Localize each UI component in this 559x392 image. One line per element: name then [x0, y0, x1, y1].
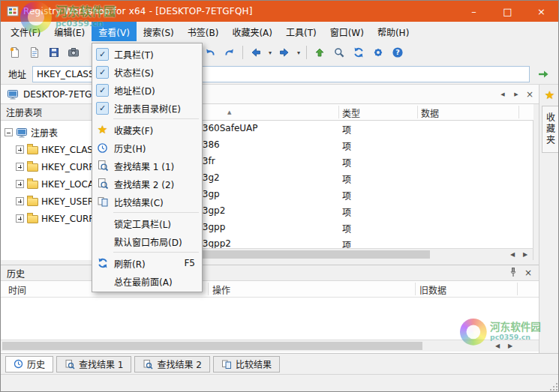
tree-node-hkey-classes-root[interactable]: HKEY_CLASSES_ROOT: [1, 141, 98, 158]
settings-gear-icon[interactable]: [368, 43, 388, 61]
expand-icon[interactable]: [16, 197, 24, 205]
menu-item-find-results-2[interactable]: 查找结果 2 (2): [93, 175, 201, 193]
menu-bookmarks[interactable]: 书签(B): [181, 22, 226, 41]
history-horizontal-scrollbar[interactable]: ◀ ▶: [1, 340, 539, 352]
maximize-button[interactable]: □: [491, 1, 524, 22]
tab-label: 查找结果 1: [79, 358, 123, 370]
snapshot-camera-icon[interactable]: [64, 43, 83, 61]
forward-dropdown-icon[interactable]: ▾: [294, 43, 303, 61]
undo-icon[interactable]: [200, 43, 220, 61]
column-separator[interactable]: [415, 283, 416, 295]
column-header-data[interactable]: 数据: [421, 106, 439, 119]
menu-item-history[interactable]: 历史(H): [93, 139, 201, 157]
redo-icon[interactable]: [220, 43, 239, 61]
scroll-left-icon[interactable]: ◀: [506, 250, 518, 259]
history-list: [1, 298, 539, 340]
menu-item-label: 收藏夹(F): [114, 124, 153, 136]
pin-icon[interactable]: [508, 267, 518, 280]
folder-icon: [27, 215, 38, 223]
expand-icon[interactable]: [16, 163, 24, 171]
menu-view[interactable]: 查看(V): [92, 22, 137, 41]
menu-help[interactable]: 帮助(H): [371, 22, 416, 41]
menu-item-find-results-1[interactable]: 查找结果 1 (1): [93, 157, 201, 175]
column-header-time[interactable]: 时间: [8, 283, 26, 296]
column-separator[interactable]: [208, 283, 209, 295]
column-separator[interactable]: [417, 106, 418, 118]
menu-file[interactable]: 文件(F): [4, 22, 47, 41]
menu-item-always-on-top[interactable]: 总在最前面(A): [93, 272, 201, 290]
menu-search[interactable]: 搜索(S): [137, 22, 181, 41]
row-name: .3gp2: [200, 205, 225, 216]
prev-window-icon[interactable]: ◀: [497, 88, 509, 100]
close-window-icon[interactable]: ×: [524, 88, 536, 100]
go-arrow-icon[interactable]: [533, 65, 555, 83]
column-header-old-data[interactable]: 旧数据: [419, 283, 446, 296]
menu-item-addressbar[interactable]: ✓ 地址栏(D): [93, 81, 201, 99]
refresh-icon[interactable]: [349, 43, 368, 61]
expand-icon[interactable]: [16, 145, 24, 154]
window-title: Registry Workshop for x64 - [DESKTOP-7ET…: [23, 6, 253, 16]
menu-item-compare-results[interactable]: 比较结果(C): [93, 193, 201, 211]
menu-separator: [113, 212, 199, 213]
save-icon[interactable]: [44, 43, 64, 61]
tree-node-hkey-users[interactable]: HKEY_USERS: [1, 193, 98, 210]
back-dropdown-icon[interactable]: ▾: [266, 43, 275, 61]
column-separator[interactable]: [338, 106, 339, 118]
expand-icon[interactable]: [16, 214, 24, 223]
compare-icon: [221, 359, 232, 370]
menu-item-favorites[interactable]: ★ 收藏夹(F): [93, 121, 201, 139]
tree-node-hkey-current-user[interactable]: HKEY_CURRENT_USER: [1, 158, 98, 175]
app-icon: [7, 5, 19, 17]
scroll-left-icon[interactable]: ◀: [491, 341, 503, 351]
menu-item-statusbar[interactable]: ✓ 状态栏(S): [93, 63, 201, 81]
new-value-icon[interactable]: [25, 43, 44, 61]
tab-compare-results[interactable]: 比较结果: [213, 356, 280, 373]
menu-tools[interactable]: 工具(T): [279, 22, 323, 41]
menu-edit[interactable]: 编辑(E): [47, 22, 92, 41]
menu-item-lock-toolbar[interactable]: 锁定工具栏(L): [93, 214, 201, 232]
search-icon[interactable]: [329, 43, 349, 61]
menu-favorites[interactable]: 收藏夹(A): [225, 22, 279, 41]
scroll-right-icon[interactable]: ▶: [519, 250, 531, 259]
app-window: Registry Workshop for x64 - [DESKTOP-7ET…: [0, 0, 559, 392]
minimize-button[interactable]: –: [457, 1, 491, 22]
find-results-icon: [143, 359, 153, 370]
collapse-icon[interactable]: [5, 128, 13, 136]
up-level-icon[interactable]: [310, 43, 329, 61]
close-panel-icon[interactable]: ×: [522, 268, 534, 278]
tree-node-label: HKEY_LOCAL_MACHINE: [41, 179, 98, 190]
favorites-star-icon[interactable]: ★: [541, 86, 559, 104]
close-button[interactable]: ×: [524, 1, 558, 22]
star-icon: ★: [96, 124, 109, 136]
menu-item-registry-tree[interactable]: ✓ 注册表目录树(E): [93, 99, 201, 117]
tab-find-results-1[interactable]: 查找结果 1: [56, 356, 131, 373]
tree-node-hkey-local-machine[interactable]: HKEY_LOCAL_MACHINE: [1, 175, 98, 193]
row-type: 项: [342, 189, 351, 202]
scrollbar-thumb[interactable]: [2, 342, 422, 350]
forward-icon[interactable]: [275, 43, 294, 61]
menu-item-default-layout[interactable]: 默认窗口布局(D): [93, 232, 201, 250]
tab-history[interactable]: 历史: [5, 356, 53, 373]
help-icon[interactable]: ?: [388, 43, 407, 61]
tab-find-results-2[interactable]: 查找结果 2: [134, 356, 209, 373]
tab-label: 比较结果: [236, 358, 272, 370]
tree-root[interactable]: 注册表: [1, 124, 98, 141]
menu-window[interactable]: 窗口(W): [323, 22, 371, 41]
next-window-icon[interactable]: ▶: [510, 88, 522, 100]
menu-item-refresh[interactable]: 刷新(R) F5: [93, 254, 201, 272]
resize-grip[interactable]: [548, 382, 558, 391]
back-icon[interactable]: [246, 43, 266, 61]
column-separator[interactable]: [518, 106, 519, 118]
expand-icon[interactable]: [16, 180, 24, 188]
column-header-operation[interactable]: 操作: [212, 283, 230, 296]
tree-node-hkey-current-config[interactable]: HKEY_CURRENT_CONFIG: [1, 210, 98, 227]
column-header-type[interactable]: 类型: [342, 106, 360, 119]
favorites-strip: ★ 收藏夹: [539, 85, 559, 353]
menu-shortcut: F5: [184, 258, 195, 268]
new-key-icon[interactable]: [5, 43, 25, 61]
history-icon: [96, 142, 109, 154]
menu-item-toolbar[interactable]: ✓ 工具栏(T): [93, 45, 201, 63]
favorites-side-tab[interactable]: 收藏夹: [542, 106, 558, 153]
scroll-right-icon[interactable]: ▶: [504, 341, 516, 351]
column-separator[interactable]: [517, 283, 518, 295]
